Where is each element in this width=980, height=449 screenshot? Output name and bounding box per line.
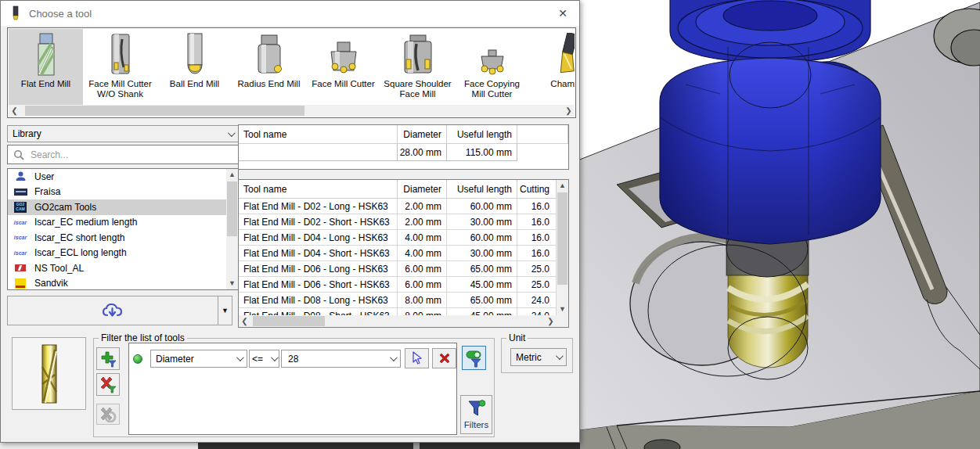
library-item-iscar-ecl-long-length[interactable]: iscarIscar_ECL long length: [8, 246, 226, 261]
scroll-left-icon[interactable]: ❮: [9, 105, 20, 117]
scroll-left-icon[interactable]: ❮: [239, 315, 250, 327]
scroll-up-icon[interactable]: ▲: [557, 180, 568, 192]
cell-cutting: 16.0: [517, 230, 557, 246]
tool-type-label: Face CopyingMill Cutter: [464, 79, 520, 99]
col-header-diameter[interactable]: Diameter: [398, 125, 447, 144]
cell-tool-name: Flat End Mill - D08 - Long - HSK63: [239, 293, 398, 308]
cell-cutting: 16.0: [517, 246, 557, 261]
add-filter-button[interactable]: [96, 347, 120, 370]
col-header-useful-length[interactable]: Useful length: [447, 180, 517, 199]
table-row[interactable]: Flat End Mill - D08 - Short - HSK638.00 …: [239, 308, 557, 315]
chevron-down-icon[interactable]: [390, 354, 398, 361]
remove-filter-button[interactable]: [96, 373, 120, 396]
strip-scrollbar[interactable]: ❮ ❯: [9, 105, 575, 117]
cell-useful-length: 45.00 mm: [447, 277, 517, 293]
scroll-up-icon[interactable]: ▲: [226, 169, 238, 181]
chevron-down-icon: [228, 129, 236, 137]
library-item-label: Fraisa: [34, 186, 60, 197]
go2cam-logo-icon: GO2CAM: [13, 202, 27, 213]
tool-type-ball-end-mill[interactable]: Ball End Mill: [157, 29, 232, 105]
dialog-titlebar[interactable]: Choose a tool ✕: [1, 1, 579, 26]
add-filter-icon: [99, 350, 117, 368]
table-row[interactable]: Flat End Mill - D08 - Long - HSK638.00 m…: [239, 293, 557, 308]
library-selector[interactable]: Library: [7, 125, 239, 142]
tool-type-label: Chamfe: [550, 79, 575, 89]
col-header-tool-name[interactable]: Tool name: [239, 125, 398, 144]
library-scroll-thumb[interactable]: [227, 181, 237, 236]
iscar-logo-icon: iscar: [13, 232, 27, 243]
table-row[interactable]: Flat End Mill - D06 - Short - HSK636.00 …: [239, 277, 557, 293]
library-item-iscar-ec-short-length[interactable]: iscarIscar_EC short length: [8, 230, 226, 246]
table-row[interactable]: Flat End Mill - D02 - Long - HSK632.00 m…: [239, 199, 557, 214]
library-item-sandvik[interactable]: Sandvik: [8, 276, 226, 290]
strip-scroll-thumb[interactable]: [25, 106, 304, 116]
library-item-user[interactable]: User: [8, 169, 226, 185]
tool-type-flat-end-mill[interactable]: Flat End Mill: [9, 29, 83, 105]
cell-diameter: 2.00 mm: [398, 214, 447, 230]
gold-endmill-icon: [36, 343, 63, 404]
cell-useful-length: 65.00 mm: [447, 261, 517, 277]
cell-diameter: 8.00 mm: [398, 308, 447, 315]
tool-type-square-shoulder-face-mill[interactable]: Square ShoulderFace Mill: [380, 29, 455, 105]
cell-diameter: 8.00 mm: [398, 293, 447, 308]
filter-value-combobox: [281, 350, 401, 368]
iscar-logo-icon: iscar: [13, 217, 27, 228]
tool-type-label: Flat End Mill: [21, 79, 70, 89]
download-library-button[interactable]: [7, 296, 218, 325]
download-options-dropdown[interactable]: ▼: [218, 296, 232, 325]
scroll-right-icon[interactable]: ❯: [563, 105, 575, 117]
filter-operator-value: <=: [252, 354, 271, 365]
chevron-down-icon: [236, 354, 244, 361]
tools-table-hscrollbar[interactable]: ❮ ❯: [239, 315, 557, 327]
library-item-fraisa[interactable]: Fraisa: [8, 185, 226, 200]
search-input[interactable]: [29, 149, 238, 161]
table-row[interactable]: Flat End Mill - D04 - Short - HSK634.00 …: [239, 246, 557, 261]
tool-type-strip: Flat End MillFace Mill CutterW/O ShankBa…: [7, 27, 576, 118]
library-item-iscar-ec-medium-length[interactable]: iscarIscar_EC medium length: [8, 215, 226, 231]
library-item-ns-tool-al[interactable]: NS Tool_AL: [8, 260, 226, 276]
col-header-diameter[interactable]: Diameter: [398, 180, 447, 199]
tool-type-chamfer[interactable]: Chamfe: [529, 29, 575, 105]
cell-useful-length: 65.00 mm: [447, 293, 517, 308]
tool-type-face-copying-mill-cutter[interactable]: Face CopyingMill Cutter: [455, 29, 529, 105]
tool-type-face-mill-cutter-wo-shank[interactable]: Face Mill CutterW/O Shank: [83, 29, 157, 105]
chevron-down-icon: [271, 354, 279, 361]
table-row[interactable]: Flat End Mill - D02 - Short - HSK632.00 …: [239, 214, 557, 230]
cell-tool-name: Flat End Mill - D04 - Short - HSK63: [239, 246, 398, 261]
pick-tool-button[interactable]: [405, 348, 429, 368]
user-logo-icon: [13, 171, 27, 182]
filter-toggle-button[interactable]: [462, 346, 486, 370]
filters-button[interactable]: Filters: [460, 395, 492, 434]
tool-type-face-mill-cutter[interactable]: Face Mill Cutter: [306, 29, 380, 105]
scroll-down-icon[interactable]: ▼: [226, 278, 238, 289]
unit-selector[interactable]: Metric: [510, 348, 567, 366]
scroll-right-icon[interactable]: ❯: [545, 315, 557, 327]
filter-operator-selector[interactable]: <=: [249, 350, 279, 368]
col-header-useful-length[interactable]: Useful length: [447, 125, 517, 144]
close-icon[interactable]: ✕: [551, 3, 575, 23]
library-selector-value: Library: [13, 128, 228, 139]
cell-tool-name: Flat End Mill - D06 - Long - HSK63: [239, 261, 398, 277]
cell-cutting: 24.0: [517, 308, 557, 315]
radius-end-mill-icon: [252, 31, 286, 77]
tool-preview: [12, 337, 86, 410]
filter-field-selector[interactable]: Diameter: [150, 350, 247, 368]
fraisa-logo-icon: [13, 186, 27, 197]
tools-table-vscrollbar[interactable]: ▲ ▼: [557, 180, 568, 327]
cell-cutting: 25.0: [517, 277, 557, 293]
table-row[interactable]: Flat End Mill - D04 - Long - HSK634.00 m…: [239, 230, 557, 246]
delete-filter-button[interactable]: [432, 348, 456, 368]
scroll-down-icon[interactable]: ▼: [557, 304, 568, 315]
col-header-cutting[interactable]: Cutting: [517, 180, 557, 199]
col-header-tool-name[interactable]: Tool name: [239, 180, 398, 199]
filter-value-input[interactable]: [286, 353, 390, 365]
tools-scroll-thumb[interactable]: [557, 192, 567, 285]
table-row[interactable]: Flat End Mill - D06 - Long - HSK636.00 m…: [239, 261, 557, 277]
tool-type-radius-end-mill[interactable]: Radius End Mill: [232, 29, 306, 105]
cell-useful-length: 60.00 mm: [447, 199, 517, 214]
ball-end-mill-icon: [182, 31, 208, 77]
cell-diameter: 4.00 mm: [398, 230, 447, 246]
library-scrollbar[interactable]: ▲ ▼: [226, 169, 238, 289]
library-item-go2cam-tools[interactable]: GO2CAMGO2cam Tools: [8, 199, 226, 215]
tools-hscroll-thumb[interactable]: [253, 316, 325, 326]
